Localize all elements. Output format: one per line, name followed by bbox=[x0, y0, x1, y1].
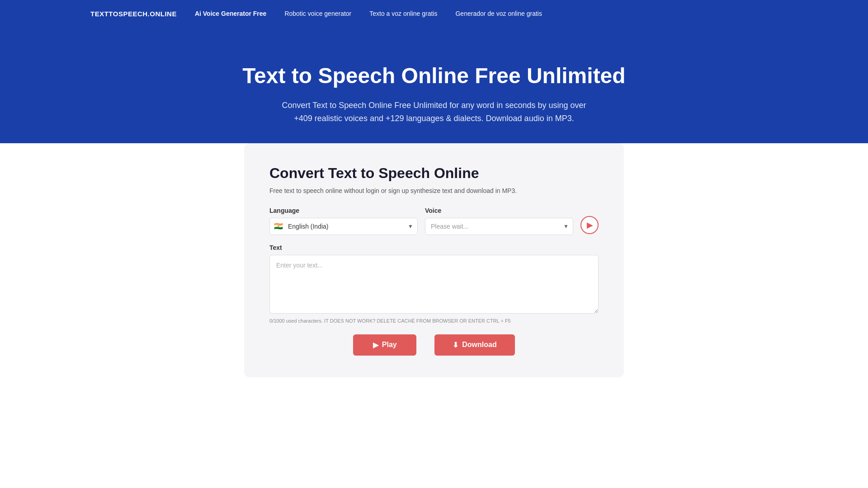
play-button-label: Play bbox=[382, 341, 397, 349]
play-button[interactable]: ▶ Play bbox=[353, 334, 416, 356]
main-content: Convert Text to Speech Online Free text … bbox=[0, 143, 868, 404]
download-button-label: Download bbox=[462, 341, 496, 349]
card-title: Convert Text to Speech Online bbox=[269, 165, 599, 182]
language-select-wrapper: 🇮🇳 English (India) English (US) English … bbox=[269, 218, 418, 235]
language-field-group: Language 🇮🇳 English (India) English (US)… bbox=[269, 207, 418, 235]
hero-title: Text to Speech Online Free Unlimited bbox=[90, 63, 778, 88]
voice-select-wrapper: Please wait... ▼ bbox=[425, 218, 573, 235]
nav-link-robotic[interactable]: Robotic voice generator bbox=[284, 10, 351, 17]
nav-link-generador[interactable]: Generador de voz online gratis bbox=[455, 10, 542, 17]
language-select[interactable]: English (India) English (US) English (UK… bbox=[269, 218, 418, 235]
text-label: Text bbox=[269, 244, 599, 251]
nav-link-ai-voice[interactable]: Ai Voice Generator Free bbox=[195, 10, 266, 17]
download-button-icon: ⬇ bbox=[453, 341, 458, 349]
language-label: Language bbox=[269, 207, 418, 214]
nav-link-texto[interactable]: Texto a voz online gratis bbox=[369, 10, 437, 17]
hero-subtitle: Convert Text to Speech Online Free Unlim… bbox=[276, 99, 592, 125]
voice-label: Voice bbox=[425, 207, 573, 214]
nav-brand[interactable]: TEXTTOSPEECH.ONLINE bbox=[90, 10, 177, 18]
play-button-icon: ▶ bbox=[373, 341, 378, 349]
play-circle-icon: ▶ bbox=[587, 220, 593, 230]
card-description: Free text to speech online without login… bbox=[269, 187, 599, 194]
voice-field-group: Voice Please wait... ▼ bbox=[425, 207, 573, 235]
voice-select[interactable]: Please wait... bbox=[425, 218, 573, 235]
converter-card: Convert Text to Speech Online Free text … bbox=[244, 143, 624, 377]
action-buttons: ▶ Play ⬇ Download bbox=[269, 334, 599, 356]
char-counter: 0/1000 used characters. IT DOES NOT WORK… bbox=[269, 318, 599, 324]
navbar: TEXTTOSPEECH.ONLINE Ai Voice Generator F… bbox=[0, 0, 868, 27]
download-button[interactable]: ⬇ Download bbox=[434, 334, 514, 356]
fields-row: Language 🇮🇳 English (India) English (US)… bbox=[269, 207, 599, 235]
text-section: Text 0/1000 used characters. IT DOES NOT… bbox=[269, 244, 599, 324]
text-input[interactable] bbox=[269, 255, 599, 314]
play-circle-button[interactable]: ▶ bbox=[580, 216, 599, 234]
